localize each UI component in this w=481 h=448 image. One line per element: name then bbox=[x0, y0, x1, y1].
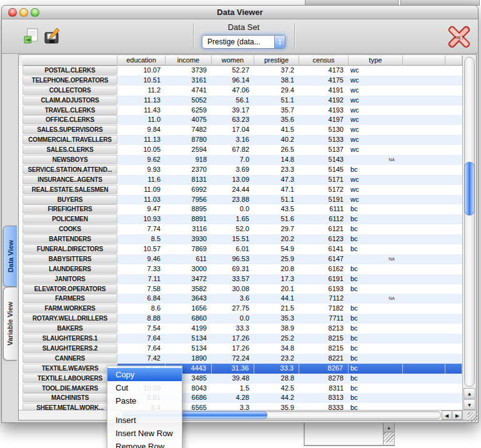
cell-education[interactable]: 9.93 bbox=[117, 165, 166, 175]
cell-type[interactable]: bc bbox=[349, 204, 403, 214]
cell-education[interactable]: 6.84 bbox=[117, 294, 166, 304]
cell-prestige[interactable]: 25.2 bbox=[254, 334, 299, 344]
cell-women[interactable]: 30.08 bbox=[212, 284, 254, 294]
tab-data-view[interactable]: Data View bbox=[3, 226, 17, 287]
cell-empty[interactable] bbox=[445, 403, 462, 410]
tab-variable-view[interactable]: Variable View bbox=[3, 287, 17, 361]
cell-census[interactable]: 5130 bbox=[299, 125, 349, 135]
cell-empty[interactable] bbox=[445, 393, 462, 403]
cell-income[interactable]: 3739 bbox=[166, 66, 212, 76]
row-header[interactable]: ROTARY.WELL.DRILLERS bbox=[22, 314, 117, 323]
cell-census[interactable]: 4173 bbox=[299, 66, 349, 76]
column-header-education[interactable]: education bbox=[117, 56, 166, 66]
cell-type[interactable]: bc bbox=[349, 264, 403, 274]
cell-empty[interactable] bbox=[403, 155, 445, 165]
cell-empty[interactable] bbox=[403, 304, 445, 314]
cell-type[interactable]: wc bbox=[349, 66, 403, 76]
cell-prestige[interactable]: 54.9 bbox=[254, 244, 299, 254]
cell-empty[interactable] bbox=[445, 175, 462, 185]
column-header-income[interactable]: income bbox=[166, 56, 212, 66]
cell-empty[interactable] bbox=[403, 86, 445, 96]
cell-women[interactable]: 17.04 bbox=[212, 125, 254, 135]
row-header[interactable]: CLAIM.ADJUSTORS bbox=[22, 96, 117, 105]
row-header[interactable]: SALES.SUPERVISORS bbox=[22, 125, 117, 134]
cell-empty[interactable] bbox=[403, 195, 445, 205]
cell-empty[interactable] bbox=[445, 314, 462, 324]
cell-women[interactable]: 72.24 bbox=[212, 354, 254, 364]
cell-prestige[interactable]: 43.5 bbox=[254, 204, 299, 214]
row-header[interactable]: COLLECTORS bbox=[22, 86, 117, 95]
cell-prestige[interactable]: 29.4 bbox=[254, 86, 299, 96]
cell-income[interactable]: 3643 bbox=[166, 294, 212, 304]
row-header[interactable]: LAUNDERERS bbox=[22, 264, 117, 274]
cell-census[interactable]: 8333 bbox=[299, 403, 349, 410]
cell-prestige[interactable]: 21.5 bbox=[254, 304, 299, 314]
cell-empty[interactable] bbox=[403, 214, 445, 224]
cell-census[interactable]: 5171 bbox=[299, 175, 349, 185]
cell-income[interactable]: 3116 bbox=[166, 224, 212, 234]
cell-prestige[interactable]: 34.8 bbox=[254, 344, 299, 354]
cell-empty[interactable] bbox=[445, 294, 462, 304]
window-resize-grip[interactable] bbox=[468, 412, 477, 422]
cell-empty[interactable] bbox=[403, 393, 445, 403]
cell-income[interactable]: 1890 bbox=[166, 354, 212, 364]
cell-women[interactable]: 3.16 bbox=[212, 135, 254, 145]
cell-women[interactable]: 33.57 bbox=[212, 274, 254, 284]
cell-women[interactable]: 0.0 bbox=[212, 204, 254, 214]
scroll-left-button[interactable]: ◀ bbox=[442, 411, 452, 420]
load-data-icon[interactable] bbox=[22, 27, 40, 45]
cell-income[interactable]: 8780 bbox=[166, 135, 212, 145]
cell-women[interactable]: 56.1 bbox=[212, 96, 254, 106]
cell-empty[interactable] bbox=[445, 224, 462, 234]
cell-prestige[interactable]: 35.9 bbox=[254, 403, 299, 410]
cell-type[interactable]: bc bbox=[349, 384, 403, 394]
cell-prestige[interactable]: 35.7 bbox=[254, 106, 299, 116]
cell-empty[interactable] bbox=[445, 165, 462, 175]
menu-item-insert-new-row[interactable]: Insert New Row bbox=[107, 427, 182, 440]
cell-prestige[interactable]: 35.3 bbox=[254, 314, 299, 324]
cell-empty[interactable] bbox=[445, 135, 462, 145]
cell-census[interactable]: 6147 bbox=[299, 254, 349, 264]
cell-empty[interactable] bbox=[445, 364, 462, 374]
row-header[interactable]: FARMERS bbox=[22, 294, 117, 303]
cell-census[interactable]: 7112 bbox=[299, 294, 349, 304]
cell-empty[interactable] bbox=[403, 334, 445, 344]
cell-education[interactable]: 9.46 bbox=[117, 254, 166, 264]
title-bar[interactable]: Data Viewer bbox=[2, 6, 478, 19]
cell-income[interactable]: 1656 bbox=[166, 304, 212, 314]
cell-women[interactable]: 1.5 bbox=[212, 384, 254, 394]
cell-empty[interactable] bbox=[445, 145, 462, 155]
row-header[interactable]: TRAVEL.CLERKS bbox=[22, 106, 117, 115]
menu-item-insert[interactable]: Insert bbox=[107, 414, 182, 427]
cell-empty[interactable] bbox=[403, 165, 445, 175]
cell-census[interactable]: 7182 bbox=[299, 304, 349, 314]
cell-type[interactable]: bc bbox=[349, 304, 403, 314]
cell-income[interactable]: 4741 bbox=[166, 86, 212, 96]
menu-item-cut[interactable]: Cut bbox=[107, 381, 182, 394]
cell-women[interactable]: 24.44 bbox=[212, 185, 254, 195]
vertical-scrollbar[interactable]: ▲ ▼ bbox=[462, 56, 476, 410]
cell-type[interactable]: wc bbox=[349, 185, 403, 195]
scroll-right-button[interactable]: ▶ bbox=[452, 411, 462, 420]
cell-prestige[interactable]: 14.8 bbox=[254, 155, 299, 165]
cell-census[interactable]: 8215 bbox=[299, 344, 349, 354]
cell-prestige[interactable]: 37.2 bbox=[254, 66, 299, 76]
cell-education[interactable]: 10.57 bbox=[117, 244, 166, 254]
cell-education[interactable]: 11.03 bbox=[117, 195, 166, 205]
cell-empty[interactable] bbox=[445, 96, 462, 106]
cell-women[interactable]: 17.26 bbox=[212, 334, 254, 344]
cell-prestige[interactable]: 44.1 bbox=[254, 294, 299, 304]
row-header[interactable]: INSURANCE..AGENTS bbox=[22, 175, 117, 184]
cell-prestige[interactable]: 20.1 bbox=[254, 284, 299, 294]
cell-census[interactable]: 6123 bbox=[299, 234, 349, 244]
cell-empty[interactable] bbox=[445, 86, 462, 96]
cell-empty[interactable] bbox=[403, 145, 445, 155]
row-header[interactable]: SERVICE.STATION.ATTEND... bbox=[22, 165, 117, 174]
cell-type[interactable]: NA bbox=[349, 294, 403, 304]
menu-item-paste[interactable]: Paste bbox=[107, 394, 182, 407]
cell-type[interactable]: NA bbox=[349, 155, 403, 165]
cell-census[interactable]: 8311 bbox=[299, 384, 349, 394]
cell-women[interactable]: 67.82 bbox=[212, 145, 254, 155]
row-header[interactable]: BUYERS bbox=[22, 195, 117, 204]
row-header[interactable]: NEWSBOYS bbox=[22, 155, 117, 164]
